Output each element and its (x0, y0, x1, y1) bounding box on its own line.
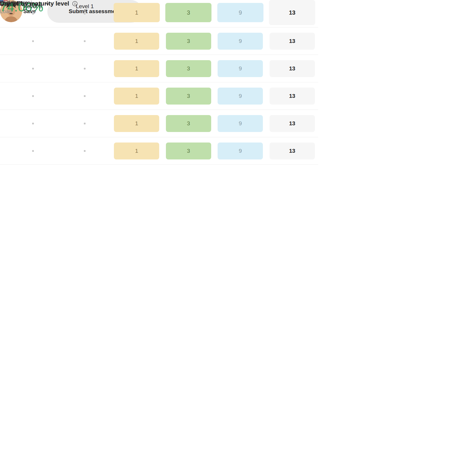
level3-count-chip: 3 (166, 33, 211, 50)
empty-value-dot (32, 95, 34, 97)
all-levels-count-chip: 13 (270, 115, 315, 132)
level1-total-cell (59, 12, 111, 13)
level3-count-chip: 3 (166, 143, 211, 159)
level1-cell (59, 40, 111, 42)
level2-count-chip: 1 (114, 88, 159, 105)
level2-count-chip: 1 (114, 60, 159, 77)
table-total-row: 1 3 9 13 (0, 0, 318, 25)
level4-count-chip: 9 (218, 33, 263, 50)
level3-count-chip: 3 (166, 115, 211, 132)
level4-count-chip: 9 (218, 143, 263, 159)
level2-count-chip: 1 (114, 143, 159, 159)
empty-value-dot (32, 40, 34, 42)
level3-total-chip: 3 (165, 3, 211, 22)
level0-cell (7, 95, 59, 97)
empty-value-dot (84, 12, 86, 13)
level3-count-chip: 3 (166, 60, 211, 77)
level1-cell (59, 123, 111, 124)
level0-total-cell (7, 12, 59, 13)
level1-cell (59, 95, 111, 97)
level1-cell (59, 68, 111, 70)
empty-value-dot (84, 95, 86, 97)
empty-value-dot (32, 123, 34, 124)
level4-total-chip: 9 (217, 3, 263, 22)
all-levels-count-chip: 13 (270, 88, 315, 105)
level4-count-chip: 9 (218, 88, 263, 105)
empty-value-dot (32, 12, 34, 13)
table-row: 1 3 9 13 (0, 110, 318, 137)
level4-count-chip: 9 (218, 115, 263, 132)
all-levels-total-chip: 13 (269, 0, 315, 25)
empty-value-dot (84, 40, 86, 42)
empty-value-dot (32, 150, 34, 152)
level1-cell (59, 150, 111, 152)
table-row: 1 3 9 13 (0, 55, 318, 82)
table-row: 1 3 9 13 (0, 27, 318, 55)
level0-cell (7, 150, 59, 152)
table-row: 1 3 9 13 (0, 82, 318, 110)
all-levels-count-chip: 13 (270, 33, 315, 50)
all-levels-count-chip: 13 (270, 143, 315, 159)
level2-count-chip: 1 (114, 115, 159, 132)
table-row: 1 3 9 13 (0, 137, 318, 165)
empty-value-dot (84, 68, 86, 70)
level3-count-chip: 3 (166, 88, 211, 105)
all-levels-count-chip: 13 (270, 60, 315, 77)
empty-value-dot (32, 68, 34, 70)
level0-cell (7, 123, 59, 124)
level4-count-chip: 9 (218, 60, 263, 77)
level0-cell (7, 68, 59, 70)
level0-cell (7, 40, 59, 42)
level2-total-chip: 1 (114, 3, 160, 22)
empty-value-dot (84, 123, 86, 124)
level2-count-chip: 1 (114, 33, 159, 50)
empty-value-dot (84, 150, 86, 152)
